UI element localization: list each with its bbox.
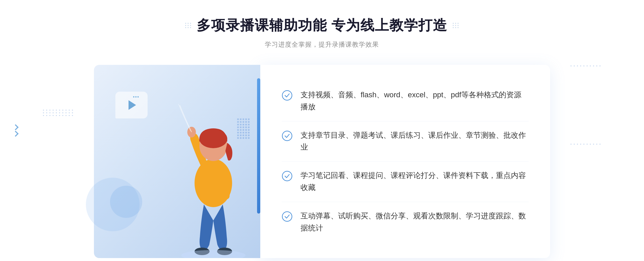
check-icon-1 [282, 90, 292, 101]
person-illustration [164, 97, 266, 258]
page-subtitle: 学习进度全掌握，提升录播课教学效果 [185, 40, 459, 49]
feature-text-4: 互动弹幕、试听购买、微信分享、观看次数限制、学习进度跟踪、数据统计 [301, 210, 529, 234]
feature-item-2: 支持章节目录、弹题考试、课后练习、课后作业、章节测验、批改作业 [282, 121, 529, 162]
feature-item-1: 支持视频、音频、flash、word、excel、ppt、pdf等各种格式的资源… [282, 81, 529, 121]
deco-circle-small [110, 186, 142, 218]
right-dot-pattern-bottom [570, 144, 601, 145]
page-container: 多项录播课辅助功能 专为线上教学打造 学习进度全掌握，提升录播课教学效果 [0, 0, 644, 261]
title-row: 多项录播课辅助功能 专为线上教学打造 [185, 16, 459, 35]
feature-item-4: 互动弹幕、试听购买、微信分享、观看次数限制、学习进度跟踪、数据统计 [282, 202, 529, 242]
play-icon [129, 100, 136, 110]
check-icon-3 [282, 171, 292, 181]
feature-text-3: 学习笔记回看、课程提问、课程评论打分、课件资料下载，重点内容收藏 [301, 170, 529, 194]
main-content-area: 支持视频、音频、flash、word、excel、ppt、pdf等各种格式的资源… [94, 65, 550, 258]
svg-point-8 [282, 131, 292, 141]
page-title: 多项录播课辅助功能 专为线上教学打造 [197, 16, 447, 35]
check-icon-4 [282, 211, 292, 222]
feature-item-3: 学习笔记回看、课程提问、课程评论打分、课件资料下载，重点内容收藏 [282, 162, 529, 202]
feature-text-1: 支持视频、音频、flash、word、excel、ppt、pdf等各种格式的资源… [301, 89, 529, 113]
check-icon-2 [282, 130, 292, 141]
right-dot-pattern-top [570, 65, 601, 66]
play-bubble-dots [133, 96, 139, 98]
illustration-panel [94, 65, 260, 258]
features-panel: 支持视频、音频、flash、word、excel、ppt、pdf等各种格式的资源… [260, 65, 550, 258]
title-right-dots [453, 23, 459, 28]
svg-point-9 [282, 171, 292, 181]
svg-point-10 [282, 212, 292, 221]
left-arrow-decoration [13, 125, 18, 136]
feature-text-2: 支持章节目录、弹题考试、课后练习、课后作业、章节测验、批改作业 [301, 129, 529, 154]
left-dot-pattern [43, 110, 74, 116]
svg-point-6 [181, 250, 246, 258]
svg-point-7 [282, 91, 292, 100]
header-section: 多项录播课辅助功能 专为线上教学打造 学习进度全掌握，提升录播课教学效果 [185, 16, 459, 49]
play-bubble [115, 92, 148, 118]
title-left-dots [185, 23, 191, 28]
